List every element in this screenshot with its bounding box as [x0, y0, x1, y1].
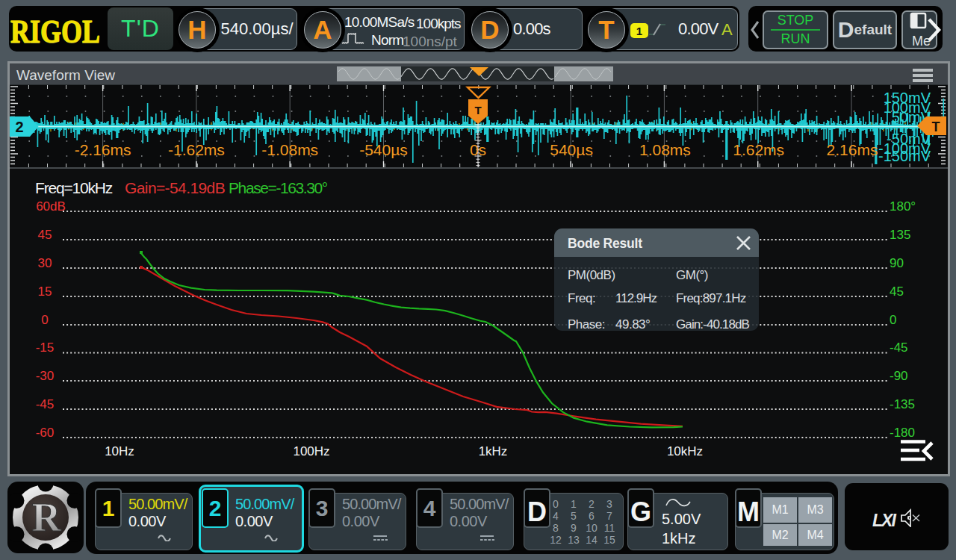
svg-text:1.08ms: 1.08ms — [639, 141, 691, 158]
svg-text:-540µs: -540µs — [359, 141, 408, 158]
svg-text:540µs: 540µs — [550, 141, 593, 158]
svg-text:2.16ms: 2.16ms — [827, 141, 878, 158]
svg-text:-1.08ms: -1.08ms — [261, 141, 318, 158]
svg-text:-1.62ms: -1.62ms — [168, 141, 225, 158]
svg-text:R: R — [32, 495, 62, 540]
svg-text:T: T — [932, 119, 940, 134]
svg-text:-2.16ms: -2.16ms — [75, 141, 131, 158]
svg-text:T: T — [474, 104, 481, 116]
svg-text:0s: 0s — [470, 141, 486, 158]
svg-text:1.62ms: 1.62ms — [733, 141, 784, 158]
svg-text:-150mV: -150mV — [878, 148, 931, 164]
svg-text:2: 2 — [15, 119, 23, 135]
